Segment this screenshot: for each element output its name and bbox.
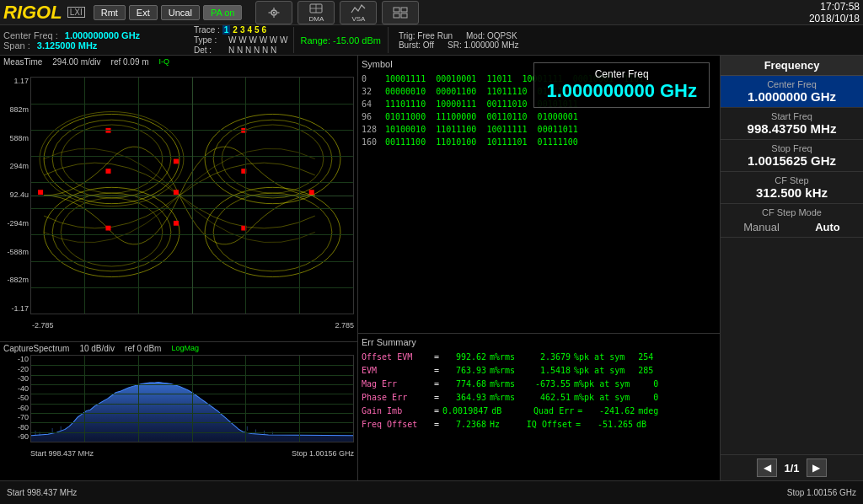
prev-page-button[interactable]: ◀ — [757, 458, 777, 477]
err-table: Offset EVM = 992.62 m%rms 2.3679 %pk at … — [362, 351, 716, 432]
symbol-table: 0 10001111 00010001 11011 10001111 00010… — [362, 72, 716, 148]
y-label-3: 294m — [2, 162, 29, 170]
grid-button[interactable] — [382, 1, 419, 24]
symbol-row-96: 96 01011000 11100000 00110110 01000001 — [362, 110, 716, 123]
svg-rect-30 — [105, 169, 110, 174]
burst-value: Burst: Off — [399, 40, 434, 50]
secondbar: Center Freq : 1.000000000 GHz Span : 3.1… — [0, 25, 863, 56]
svg-point-24 — [213, 193, 332, 271]
eye-title: MeasTime — [3, 57, 42, 67]
symbol-panel: Symbol 0 10001111 00010001 11011 1000111… — [358, 56, 720, 334]
spectrum-panel: CaptureSpectrum 10 dB/div ref 0 dBm LogM… — [0, 342, 357, 480]
sidebar-item-cf-step-mode[interactable]: CF Step Mode Manual Auto — [721, 204, 863, 238]
ext-button[interactable]: Ext — [129, 5, 158, 20]
cf-step-mode-manual[interactable]: Manual — [743, 221, 780, 233]
y-label-7: -882m — [2, 276, 29, 284]
svg-point-18 — [213, 120, 332, 198]
logo: RIGOL — [3, 2, 62, 24]
spectrum-canvas: -10 -20 -30 -40 -50 -60 -70 -80 -90 — [2, 355, 356, 458]
symbol-title: Symbol — [362, 59, 716, 69]
main: MeasTime 294.00 m/div ref 0.09 m I-Q 1.1… — [0, 56, 863, 480]
time-display: 17:07:58 — [809, 1, 860, 13]
spec-x-labels: Start 998.437 MHz Stop 1.00156 GHz — [30, 449, 354, 458]
freq-info: Center Freq : 1.000000000 GHz Span : 3.1… — [3, 27, 189, 53]
sidebar-item-stop-freq-label: Stop Freq — [726, 143, 858, 153]
spec-y-2: -30 — [2, 374, 29, 383]
sidebar-item-start-freq-value: 998.43750 MHz — [726, 121, 858, 136]
center-panels: Symbol 0 10001111 00010001 11011 1000111… — [358, 56, 720, 480]
spectrum-header: CaptureSpectrum 10 dB/div ref 0 dBm LogM… — [2, 344, 356, 355]
eye-y-labels: 1.17 882m 588m 294m 92.4u -294m -588m -8… — [2, 77, 30, 313]
spec-y-8: -90 — [2, 432, 29, 441]
sidebar-title: Frequency — [721, 56, 863, 76]
datetime: 17:07:58 2018/10/18 — [809, 1, 860, 24]
err-row-2: Mag Err = 774.68 m%rms -673.55 m%pk at s… — [362, 378, 716, 391]
spectrum-type: LogMag — [171, 344, 199, 353]
spec-y-5: -60 — [2, 404, 29, 412]
err-panel: Err Summary Offset EVM = 992.62 m%rms 2.… — [358, 334, 720, 480]
symbol-row-0: 0 10001111 00010001 11011 10001111 00010… — [362, 72, 716, 85]
rmt-button[interactable]: Rmt — [94, 5, 126, 20]
trace-3[interactable]: 3 — [240, 25, 245, 35]
y-label-8: -1.17 — [2, 304, 29, 313]
sidebar-item-cf-step-mode-label: CF Step Mode — [726, 207, 858, 217]
symbol-row-128: 128 10100010 11011100 10011111 00011011 — [362, 123, 716, 136]
trace-6[interactable]: 6 — [262, 25, 267, 35]
err-row-1: EVM = 763.93 m%rms 1.5418 %pk at sym 285 — [362, 364, 716, 378]
y-label-6: -588m — [2, 248, 29, 256]
span-label: Span : — [3, 40, 30, 51]
sidebar-item-stop-freq-value: 1.0015625 GHz — [726, 153, 858, 168]
mod-value: Mod: OQPSK — [466, 31, 517, 40]
date-display: 2018/10/18 — [809, 13, 860, 24]
spec-y-7: -80 — [2, 423, 29, 432]
dma-button[interactable]: DMA — [297, 1, 335, 24]
next-page-button[interactable]: ▶ — [807, 458, 827, 477]
eye-x-labels: -2.785 2.785 — [30, 321, 356, 330]
svg-rect-11 — [394, 13, 399, 18]
svg-rect-10 — [401, 8, 407, 12]
uncal-button[interactable]: Uncal — [161, 5, 200, 20]
spectrum-title: CaptureSpectrum — [3, 344, 69, 353]
sidebar-item-stop-freq[interactable]: Stop Freq 1.0015625 GHz — [721, 140, 863, 172]
bottom-stop: Stop 1.00156 GHz — [787, 488, 856, 497]
svg-rect-9 — [394, 8, 399, 12]
svg-point-1 — [273, 11, 275, 13]
svg-rect-25 — [174, 190, 179, 195]
eye-canvas: 1.17 882m 588m 294m 92.4u -294m -588m -8… — [2, 68, 356, 330]
sidebar-item-start-freq[interactable]: Start Freq 998.43750 MHz — [721, 108, 863, 140]
span-value: 3.125000 MHz — [37, 40, 98, 51]
y-label-4: 92.4u — [2, 190, 29, 199]
right-sidebar: Frequency Center Freq 1.0000000 GHz Star… — [720, 56, 863, 480]
page-nav: ◀ 1/1 ▶ — [721, 454, 863, 480]
sidebar-item-center-freq-value: 1.0000000 GHz — [726, 89, 858, 104]
trace-5[interactable]: 5 — [255, 25, 260, 35]
err-row-0: Offset EVM = 992.62 m%rms 2.3679 %pk at … — [362, 351, 716, 364]
sidebar-item-start-freq-label: Start Freq — [726, 111, 858, 121]
eye-panel: MeasTime 294.00 m/div ref 0.09 m I-Q 1.1… — [0, 56, 357, 342]
symbol-row-64: 64 11101110 10000111 00111010 00101011 — [362, 98, 716, 110]
sidebar-item-center-freq-label: Center Freq — [726, 79, 858, 89]
trace-1[interactable]: 1 — [222, 25, 231, 35]
y-label-5: -294m — [2, 219, 29, 228]
paon-button[interactable]: PA on — [203, 5, 243, 20]
sidebar-item-center-freq[interactable]: Center Freq 1.0000000 GHz — [721, 76, 863, 108]
settings-button[interactable] — [255, 1, 292, 24]
svg-point-23 — [205, 187, 340, 276]
trace-4[interactable]: 4 — [247, 25, 252, 35]
y-label-0: 1.17 — [2, 77, 29, 85]
spectrum-ref: ref 0 dBm — [125, 344, 161, 353]
trace-2[interactable]: 2 — [233, 25, 238, 35]
eye-ref: ref 0.09 m — [111, 57, 149, 67]
range-value: Range: -15.00 dBm — [301, 35, 381, 46]
spec-y-3: -40 — [2, 384, 29, 393]
eye-div: 294.00 m/div — [52, 57, 100, 67]
dma-label: DMA — [309, 15, 324, 23]
sidebar-item-cf-step[interactable]: CF Step 312.500 kHz — [721, 172, 863, 204]
vsa-button[interactable]: VSA — [340, 1, 377, 24]
eye-markers — [38, 128, 314, 231]
page-indicator: 1/1 — [784, 462, 799, 475]
x-label-right: 2.785 — [335, 321, 354, 330]
cf-step-mode-auto[interactable]: Auto — [815, 221, 840, 233]
err-row-3: Phase Err = 364.93 m%rms 462.51 m%pk at … — [362, 391, 716, 405]
x-label-left: -2.785 — [32, 321, 54, 330]
